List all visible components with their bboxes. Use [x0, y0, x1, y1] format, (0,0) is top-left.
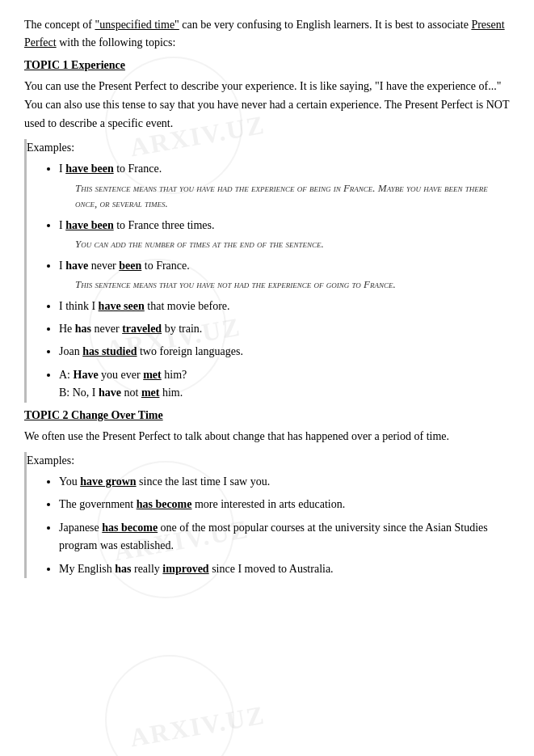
- list-item: Japanese has become one of the most popu…: [59, 519, 510, 555]
- topic1-body: You can use the Present Perfect to descr…: [24, 77, 510, 133]
- t2-example1: You have grown since the last time I saw…: [59, 475, 270, 488]
- example7-answer: B: No, I have not met him.: [59, 384, 510, 402]
- topic2-body: We often use the Present Perfect to talk…: [24, 427, 510, 446]
- example1-text: I have been to France.: [59, 163, 162, 175]
- intro-paragraph: The concept of "unspecified time" can be…: [24, 16, 510, 53]
- example2-note: You can add the number of times at the e…: [75, 236, 510, 252]
- example1-note: This sentence means that you have had th…: [75, 180, 510, 212]
- list-item: A: Have you ever met him? B: No, I have …: [59, 366, 510, 403]
- topic2-heading: TOPIC 2 Change Over Time: [24, 409, 510, 422]
- list-item: I have been to France. This sentence mea…: [59, 160, 510, 211]
- example7-question: A: Have you ever met him?: [59, 369, 187, 381]
- topic1-examples-label: Examples:: [27, 139, 510, 157]
- example6-text: Joan has studied two foreign languages.: [59, 345, 243, 357]
- list-item: I have been to France three times. You c…: [59, 217, 510, 252]
- list-item: My English has really improved since I m…: [59, 560, 510, 578]
- example4-text: I think I have seen that movie before.: [59, 300, 230, 312]
- t2-example2: The government has become more intereste…: [59, 498, 345, 510]
- topic2-examples-label: Examples:: [27, 452, 510, 470]
- list-item: The government has become more intereste…: [59, 496, 510, 513]
- list-item: You have grown since the last time I saw…: [59, 473, 510, 491]
- example2-text: I have been to France three times.: [59, 219, 214, 231]
- example3-note: This sentence means that you have not ha…: [75, 277, 510, 293]
- watermark-circle-4: [105, 655, 234, 756]
- example3-text: I have never been to France.: [59, 260, 190, 272]
- topic1-heading: TOPIC 1 Experience: [24, 59, 510, 72]
- t2-example3: Japanese has become one of the most popu…: [59, 522, 488, 551]
- topic2-examples-section: Examples: You have grown since the last …: [24, 452, 510, 578]
- topic1-examples-section: Examples: I have been to France. This se…: [24, 139, 510, 403]
- watermark-4: ARXIV.UZ: [128, 700, 267, 754]
- example5-text: He has never traveled by train.: [59, 323, 202, 335]
- topic1-examples-list: I have been to France. This sentence mea…: [59, 160, 510, 402]
- list-item: Joan has studied two foreign languages.: [59, 343, 510, 361]
- intro-text: The concept of "unspecified time" can be…: [24, 19, 505, 49]
- list-item: I think I have seen that movie before.: [59, 298, 510, 315]
- t2-example4: My English has really improved since I m…: [59, 563, 334, 575]
- list-item: He has never traveled by train.: [59, 320, 510, 338]
- topic2-examples-list: You have grown since the last time I saw…: [59, 473, 510, 578]
- list-item: I have never been to France. This senten…: [59, 257, 510, 293]
